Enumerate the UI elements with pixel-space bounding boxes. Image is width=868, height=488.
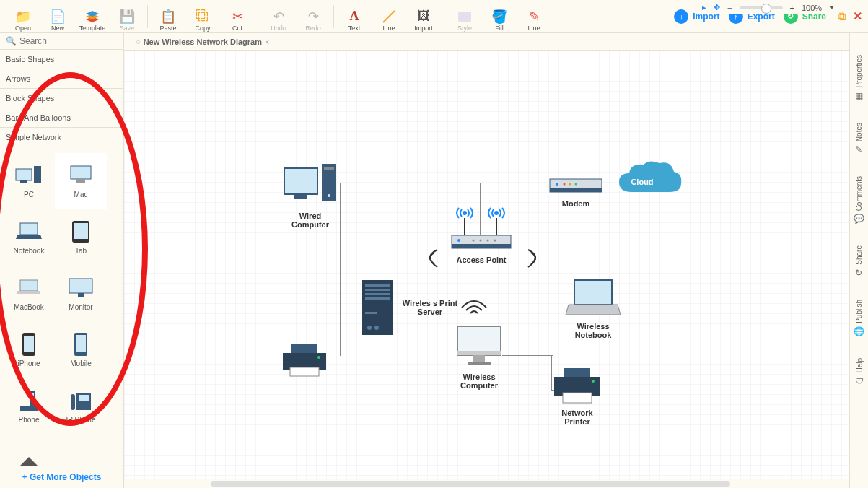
shape-partial[interactable]: [3, 435, 55, 466]
svg-rect-26: [324, 167, 334, 170]
svg-rect-8: [74, 223, 88, 239]
paste-button[interactable]: 📋Paste: [151, 1, 185, 32]
monitor-icon: [452, 323, 507, 370]
category-arrows[interactable]: Arrows: [0, 69, 123, 89]
pc-icon: [14, 164, 43, 187]
partial-icon: [14, 450, 43, 466]
search-input[interactable]: [19, 36, 118, 46]
tab-current[interactable]: ○ New Wireless Network Diagram ×: [130, 38, 275, 46]
shape-pc[interactable]: PC: [3, 153, 55, 209]
svg-rect-62: [564, 368, 590, 377]
shape-ipphone[interactable]: IP Phone: [55, 378, 107, 435]
rail-notes[interactable]: ✎Notes: [855, 123, 863, 154]
category-block-shapes[interactable]: Block Shapes: [0, 89, 123, 108]
svg-rect-59: [473, 355, 485, 362]
zoom-slider[interactable]: [740, 6, 783, 9]
comments-icon: 💬: [854, 214, 864, 224]
svg-rect-21: [79, 395, 89, 401]
new-button[interactable]: 📄New: [40, 1, 75, 32]
copy-button[interactable]: ⿻Copy: [185, 1, 220, 32]
mac-icon: [66, 164, 95, 187]
access-point-icon: [442, 202, 521, 253]
node-access-point[interactable]: Access Point: [442, 202, 521, 264]
shape-phone[interactable]: Phone: [3, 378, 55, 435]
laptop-icon: [564, 277, 622, 319]
redo-icon: ↷: [305, 9, 321, 25]
svg-rect-5: [76, 179, 85, 183]
category-bars-balloons[interactable]: Bars And Balloons: [0, 108, 123, 128]
svg-rect-9: [20, 280, 38, 291]
rail-help[interactable]: 🛡Help: [855, 358, 864, 386]
svg-rect-49: [365, 297, 390, 300]
open-button[interactable]: 📁Open: [6, 1, 40, 32]
close-icon[interactable]: ✕: [853, 9, 862, 23]
svg-point-35: [473, 240, 475, 242]
search-box[interactable]: 🔍: [0, 33, 123, 50]
svg-rect-2: [20, 180, 27, 183]
right-rail: ▦Properties ✎Notes 💬Comments ↻Share 🌐Pub…: [849, 33, 868, 488]
svg-rect-1: [16, 169, 32, 180]
save-button[interactable]: 💾Save: [110, 1, 144, 32]
notes-icon: ✎: [856, 144, 863, 154]
fill-button[interactable]: 🪣Fill: [482, 1, 517, 32]
svg-rect-22: [71, 394, 75, 410]
separator: [147, 5, 148, 28]
separator: [333, 5, 334, 28]
tab-close-icon[interactable]: ×: [265, 38, 269, 46]
template-button[interactable]: Template: [75, 1, 110, 32]
node-wireless-computer[interactable]: Wireless Computer: [450, 323, 508, 390]
svg-rect-53: [291, 344, 317, 353]
category-basic-shapes[interactable]: Basic Shapes: [0, 50, 123, 69]
svg-point-37: [487, 240, 489, 242]
rail-share[interactable]: ↻Share: [855, 245, 863, 278]
category-simple-network[interactable]: Simple Network: [0, 128, 123, 147]
node-wired-computer[interactable]: Wired Computer: [281, 162, 339, 229]
separator: [258, 5, 258, 28]
redo-button[interactable]: ↷Redo: [296, 1, 330, 32]
shape-iphone[interactable]: iPhone: [3, 322, 55, 378]
svg-point-65: [592, 380, 595, 383]
svg-point-29: [495, 212, 498, 214]
wireless-icon: [456, 292, 492, 316]
mobile-icon: [66, 333, 95, 356]
svg-point-56: [317, 356, 320, 359]
shape-mac[interactable]: Mac: [55, 153, 107, 209]
node-network-printer[interactable]: Network Printer: [548, 367, 606, 426]
move-icon[interactable]: ✥: [714, 3, 720, 12]
text-button[interactable]: AText: [337, 1, 372, 32]
shape-tab[interactable]: Tab: [55, 209, 107, 266]
wire: [340, 183, 341, 356]
shape-monitor[interactable]: Monitor: [55, 266, 107, 322]
shape-macbook[interactable]: MacBook: [3, 266, 55, 322]
paste-icon: 📋: [160, 9, 176, 25]
cut-button[interactable]: ✂Cut: [220, 1, 255, 32]
zoom-in-icon[interactable]: +: [790, 4, 794, 12]
line-button[interactable]: Line: [372, 1, 406, 32]
canvas[interactable]: Wired Computer Access Point Modem: [124, 51, 849, 488]
rail-comments[interactable]: 💬Comments: [854, 176, 864, 224]
get-more-objects[interactable]: + Get More Objects: [0, 466, 123, 488]
shape-notebook[interactable]: Notebook: [3, 209, 55, 266]
shape-mobile[interactable]: Mobile: [55, 322, 107, 378]
zoom-dropdown-icon[interactable]: ▼: [829, 4, 835, 11]
svg-rect-48: [365, 293, 390, 295]
node-printer-left[interactable]: [277, 343, 332, 379]
line-style-button[interactable]: ✎Line: [517, 1, 551, 32]
svg-point-38: [494, 240, 496, 242]
node-cloud[interactable]: Cloud: [613, 157, 685, 204]
node-print-server[interactable]: Wireles s Print Server: [359, 279, 459, 336]
zoom-out-icon[interactable]: −: [727, 4, 732, 12]
horizontal-scrollbar[interactable]: [124, 479, 849, 488]
wire: [340, 183, 535, 183]
node-wireless-notebook[interactable]: Wireless Notebook: [564, 277, 622, 339]
undo-button[interactable]: ↶Undo: [261, 1, 296, 32]
style-icon: [457, 9, 473, 25]
rail-publish[interactable]: 🌐Publish: [854, 300, 864, 336]
node-modem[interactable]: Modem: [548, 175, 603, 208]
import-image-button[interactable]: 🖼Import: [406, 1, 441, 32]
printer-icon: [277, 343, 332, 379]
cursor-icon[interactable]: ▸: [702, 3, 706, 12]
rail-properties[interactable]: ▦Properties: [855, 55, 863, 101]
svg-rect-23: [284, 168, 317, 194]
style-button[interactable]: Style: [447, 1, 482, 32]
